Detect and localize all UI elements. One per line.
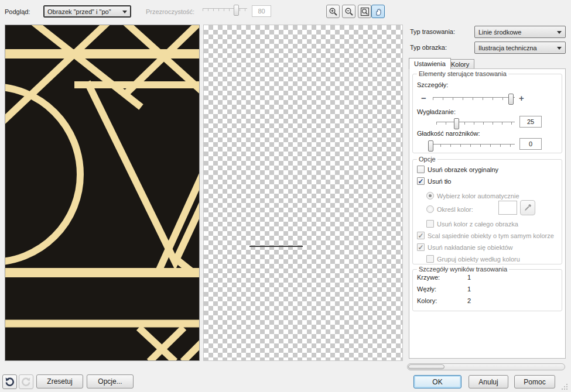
cancel-button[interactable]: Anuluj <box>469 375 508 388</box>
image-type-dropdown[interactable]: Ilustracja techniczna <box>474 42 566 54</box>
transparency-slider-thumb <box>234 5 239 16</box>
help-button-label: Pomoc <box>524 378 545 386</box>
help-button[interactable]: Pomoc <box>514 375 555 388</box>
result-curves-label: Krzywe: <box>417 274 440 281</box>
tab-settings[interactable]: Ustawienia <box>409 58 451 69</box>
color-swatch-field <box>498 201 517 215</box>
preview-label: Podgląd: <box>5 8 30 15</box>
reset-button-label: Zresetuj <box>47 377 72 386</box>
checkbox-group-by-color-label: Grupuj obiekty według koloru <box>437 256 520 263</box>
corner-smoothness-slider-thumb[interactable] <box>428 140 433 152</box>
undo-button[interactable] <box>2 374 17 389</box>
checkbox-remove-background[interactable]: ✓ Usuń tło <box>417 177 451 185</box>
detail-minus-icon[interactable]: − <box>421 93 426 103</box>
checkbox-group-by-color: Grupuj obiekty według koloru <box>426 255 520 263</box>
radio-auto-color-label: Wybierz kolor automatycznie <box>437 192 519 200</box>
transparency-value-field: 80 <box>252 5 271 17</box>
checkbox-remove-overlap: ✓ Usuń nakładanie się obiektów <box>417 243 513 251</box>
resize-grip[interactable] <box>561 383 568 390</box>
image-type-value: Ilustracja techniczna <box>478 44 537 51</box>
redo-icon <box>21 377 31 387</box>
horizontal-scrollbar[interactable] <box>407 363 565 370</box>
group-trace-results-title: Szczegóły wyników trasowania <box>417 266 509 273</box>
chevron-down-icon <box>557 31 562 34</box>
checkbox-box: ✓ <box>417 232 425 239</box>
group-options-title: Opcje <box>417 156 437 163</box>
zoom-in-button[interactable] <box>326 5 340 18</box>
result-curves-value: 1 <box>467 274 471 281</box>
undo-icon <box>5 377 15 387</box>
preview-after-pane[interactable] <box>203 25 403 361</box>
corner-value-field[interactable]: 0 <box>519 138 542 150</box>
checkbox-remove-overlap-label: Usuń nakładanie się obiektów <box>428 244 513 251</box>
preview-before-pane[interactable] <box>5 25 200 361</box>
checkbox-box: ✓ <box>417 243 425 251</box>
result-colors-value: 2 <box>467 297 471 304</box>
result-row-curves: Krzywe: 1 <box>417 274 440 281</box>
smoothing-value-field[interactable]: 25 <box>519 116 542 128</box>
transparency-slider <box>203 8 247 13</box>
detail-plus-icon[interactable]: + <box>519 93 524 103</box>
result-nodes-label: Węzły: <box>417 286 436 293</box>
trace-type-value: Linie środkowe <box>478 29 521 36</box>
radio-circle <box>426 192 434 200</box>
zoom-fit-icon <box>360 7 370 16</box>
corner-smoothness-slider[interactable] <box>430 144 515 149</box>
checkbox-box[interactable]: ✓ <box>417 177 425 185</box>
ok-button[interactable]: OK <box>413 375 461 388</box>
zoom-out-icon <box>344 7 354 16</box>
detail-slider[interactable] <box>433 97 515 102</box>
options-button-label: Opcje... <box>98 377 122 386</box>
zoom-in-icon <box>329 7 338 16</box>
result-nodes-value: 1 <box>467 286 471 293</box>
redo-button <box>19 374 33 389</box>
corner-smoothness-label: Gładkość narożników: <box>417 130 480 137</box>
checkbox-remove-background-label: Usuń tło <box>428 178 451 185</box>
reset-button[interactable]: Zresetuj <box>36 374 83 388</box>
trace-type-dropdown[interactable]: Linie środkowe <box>474 26 566 38</box>
smoothing-slider-thumb[interactable] <box>454 118 459 129</box>
preview-mode-dropdown[interactable]: Obrazek "przed" i "po" <box>43 5 131 18</box>
cancel-button-label: Anuluj <box>478 378 498 386</box>
pan-hand-icon <box>374 7 383 16</box>
pan-button[interactable] <box>371 5 385 18</box>
result-row-colors: Kolory: 2 <box>417 297 437 304</box>
detail-label: Szczegóły: <box>417 81 448 88</box>
result-colors-label: Kolory: <box>417 297 437 304</box>
checkbox-remove-color-entire: Usuń kolor z całego obrazka <box>426 220 518 228</box>
checkbox-box <box>426 220 434 228</box>
result-row-nodes: Węzły: 1 <box>417 286 436 293</box>
eyedropper-icon <box>524 204 532 212</box>
eyedropper-button <box>520 200 535 215</box>
smoothing-label: Wygładzanie: <box>417 108 456 115</box>
checkbox-merge-adjacent-label: Scal sąsiednie obiekty o tym samym kolor… <box>428 232 554 239</box>
group-trace-controls-title: Elementy sterujące trasowania <box>417 70 508 77</box>
horizontal-scrollbar-thumb[interactable] <box>408 365 445 369</box>
zoom-fit-button[interactable] <box>358 5 371 18</box>
checkbox-box <box>426 255 434 263</box>
checkbox-box[interactable] <box>417 166 425 173</box>
image-type-label: Typ obrazka: <box>410 44 447 51</box>
checkbox-remove-original-label: Usuń obrazek oryginalny <box>428 166 498 173</box>
zoom-out-button[interactable] <box>342 5 355 18</box>
ok-button-label: OK <box>432 378 442 386</box>
radio-auto-color: Wybierz kolor automatycznie <box>426 192 519 200</box>
tab-colors-label: Kolory <box>451 61 469 68</box>
powertrace-dialog: { "toolbar": { "preview_label": "Podgląd… <box>0 0 571 392</box>
detail-slider-thumb[interactable] <box>508 94 514 105</box>
smoothing-slider[interactable] <box>436 122 515 126</box>
chevron-down-icon <box>122 11 127 13</box>
preview-mode-value: Obrazek "przed" i "po" <box>47 8 111 15</box>
radio-specify-color: Określ kolor: <box>426 205 473 213</box>
tab-settings-label: Ustawienia <box>414 60 446 67</box>
source-artwork <box>5 25 200 361</box>
trace-type-label: Typ trasowania: <box>410 28 455 35</box>
chevron-down-icon <box>557 47 562 50</box>
checkbox-merge-adjacent: ✓ Scal sąsiednie obiekty o tym samym kol… <box>417 232 554 239</box>
checkbox-remove-original[interactable]: Usuń obrazek oryginalny <box>417 166 498 173</box>
traced-centerline <box>249 246 303 247</box>
checkbox-remove-color-entire-label: Usuń kolor z całego obrazka <box>437 221 518 228</box>
radio-specify-color-label: Określ kolor: <box>437 206 473 213</box>
options-button[interactable]: Opcje... <box>87 374 134 388</box>
radio-circle <box>426 205 434 213</box>
